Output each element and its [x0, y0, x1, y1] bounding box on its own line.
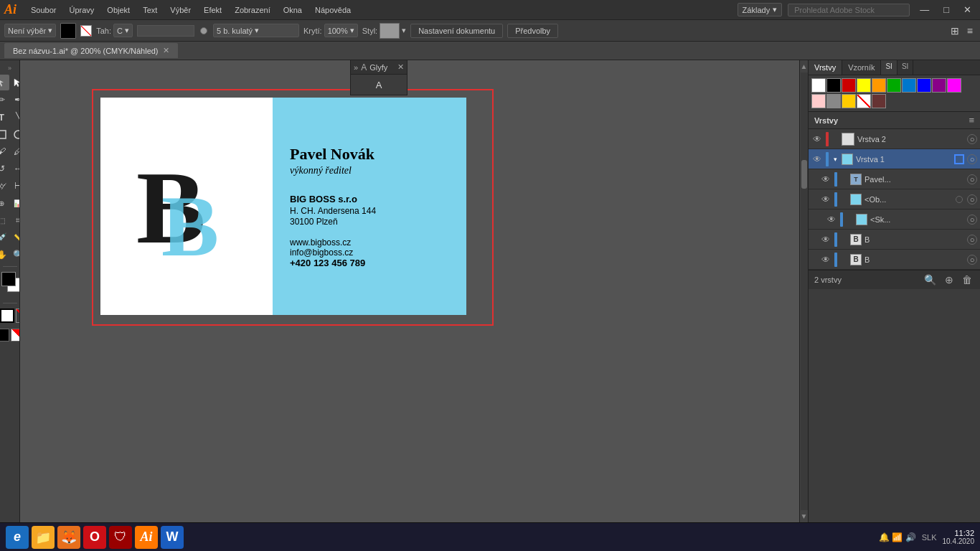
taskbar-word-icon[interactable]: W: [161, 526, 184, 549]
stroke-color-box[interactable]: [80, 25, 92, 37]
swatch-pink[interactable]: [811, 94, 826, 108]
toolbar-collapse-btn[interactable]: »: [6, 63, 13, 73]
swatch-purple[interactable]: [932, 78, 946, 93]
swatch-gold[interactable]: [842, 94, 856, 108]
delete-layer-btn[interactable]: 🗑: [960, 273, 974, 286]
vzornik-tab[interactable]: Vzorník: [842, 60, 881, 75]
glyph-close-btn[interactable]: ✕: [397, 62, 404, 72]
style-box[interactable]: [380, 23, 400, 39]
taskbar-security-icon[interactable]: 🛡: [109, 526, 132, 549]
reflect-tool-btn[interactable]: ↔: [10, 161, 20, 176]
swatch-orange[interactable]: [872, 78, 886, 93]
menu-objekt[interactable]: Objekt: [101, 4, 136, 17]
layer-row-pavel[interactable]: 👁 T Pavel... ○: [809, 169, 980, 189]
selection-dropdown[interactable]: Není výběr ▾: [4, 24, 56, 37]
swatch-black[interactable]: [826, 78, 841, 93]
taskbar-ie-icon[interactable]: e: [6, 526, 29, 549]
layer-eye-ob[interactable]: 👁: [820, 194, 831, 205]
tab-close-button[interactable]: ✕: [163, 46, 169, 55]
fill-color-box[interactable]: [60, 23, 76, 39]
layer-visibility-circle-vrstva1[interactable]: ○: [967, 154, 977, 164]
layer-select-indicator-vrstva1[interactable]: [954, 154, 964, 164]
swatch-none[interactable]: [857, 94, 871, 108]
canvas-vertical-scrollbar[interactable]: ▲ ▼: [799, 60, 808, 522]
symbol-sprayer-btn[interactable]: ⊕: [0, 195, 9, 211]
layer-expand-ob[interactable]: [840, 196, 847, 203]
layer-expand-vrstva1[interactable]: ▾: [831, 156, 839, 163]
white-red-swatch[interactable]: [11, 329, 21, 342]
stroke-input[interactable]: [137, 25, 194, 37]
layer-expand-vrstva2[interactable]: [831, 136, 839, 143]
stock-search-input[interactable]: [788, 4, 910, 17]
menu-okna[interactable]: Okna: [278, 4, 308, 17]
layer-expand-sk[interactable]: [846, 216, 853, 223]
swatch-red[interactable]: [842, 78, 856, 93]
layer-row-ob[interactable]: 👁 <Ob... ○: [809, 189, 980, 209]
warp-tool-btn[interactable]: ⌭: [0, 178, 9, 194]
layer-expand-b1[interactable]: [840, 236, 847, 243]
stroke-swatch[interactable]: [0, 309, 14, 323]
minimize-button[interactable]: —: [915, 3, 933, 17]
paintbrush-tool-btn[interactable]: 🖌: [0, 143, 9, 159]
menu-napoveda[interactable]: Nápověda: [309, 4, 357, 17]
measure-tool-btn[interactable]: 📏: [10, 230, 20, 245]
layer-eye-b2[interactable]: 👁: [820, 254, 831, 265]
menu-vyber[interactable]: Výběr: [164, 4, 197, 17]
layer-visibility-circle-pavel[interactable]: ○: [967, 174, 977, 184]
scroll-thumb-vertical[interactable]: [801, 160, 807, 189]
layer-lock-ob[interactable]: [956, 196, 963, 203]
artboard-tool-btn[interactable]: ⬚: [0, 212, 9, 228]
glyph-expand-btn[interactable]: »: [354, 63, 358, 72]
selection-tool-btn[interactable]: [0, 75, 9, 90]
taskbar-illustrator-icon[interactable]: Ai: [135, 526, 158, 549]
taskbar-explorer-icon[interactable]: 📁: [32, 526, 55, 549]
zoom-tool-btn[interactable]: 🔍: [10, 247, 20, 263]
search-layer-btn[interactable]: 🔍: [922, 273, 938, 286]
workspace-dropdown[interactable]: Základy ▾: [738, 3, 783, 17]
eyedropper-tool-btn[interactable]: 💉: [0, 230, 9, 245]
direct-selection-tool-btn[interactable]: [10, 75, 20, 90]
swatch-blue[interactable]: [917, 78, 931, 93]
blob-brush-tool-btn[interactable]: 🖊: [10, 143, 20, 159]
layer-visibility-circle-sk[interactable]: ○: [967, 215, 977, 225]
align-icon[interactable]: ≡: [964, 24, 976, 38]
swatch-white[interactable]: [811, 78, 826, 93]
stroke-dropdown[interactable]: C ▾: [113, 24, 133, 37]
arrange-icon[interactable]: ⊞: [948, 24, 962, 38]
hand-tool-btn[interactable]: ✋: [0, 247, 9, 263]
width-tool-btn[interactable]: ⊢: [10, 178, 20, 194]
layer-eye-vrstva1[interactable]: 👁: [811, 154, 823, 165]
ellipse-tool-btn[interactable]: [10, 126, 20, 142]
layer-row-vrstva1[interactable]: 👁 ▾ Vrstva 1 ○: [809, 149, 980, 169]
layer-expand-b2[interactable]: [840, 256, 847, 263]
foreground-color[interactable]: [1, 272, 16, 286]
pen-tool-btn[interactable]: ✏: [0, 92, 9, 108]
layer-eye-sk[interactable]: 👁: [826, 214, 837, 225]
brush-size-dropdown[interactable]: 5 b. kulatý ▾: [213, 24, 299, 37]
layer-eye-b1[interactable]: 👁: [820, 234, 831, 245]
rotate-tool-btn[interactable]: ↺: [0, 161, 9, 176]
layer-eye-vrstva2[interactable]: 👁: [811, 133, 823, 145]
swatch-yellow[interactable]: [857, 78, 871, 93]
opacity-dropdown[interactable]: 100% ▾: [324, 24, 358, 37]
pencil-tool-btn[interactable]: ✒: [10, 92, 20, 108]
preferences-button[interactable]: Předvolby: [507, 24, 558, 38]
document-settings-button[interactable]: Nastavení dokumentu: [410, 24, 503, 38]
layer-visibility-circle-b1[interactable]: ○: [967, 235, 977, 245]
menu-upravy[interactable]: Úpravy: [64, 4, 100, 17]
menu-soubor[interactable]: Soubor: [25, 4, 62, 17]
menu-zobrazeni[interactable]: Zobrazení: [229, 4, 276, 17]
si-tab-1[interactable]: SI: [881, 60, 897, 75]
layers-menu-icon[interactable]: ≡: [969, 115, 974, 126]
layer-row-sk[interactable]: 👁 <Sk... ○: [809, 209, 980, 230]
layer-visibility-circle-b2[interactable]: ○: [967, 255, 977, 265]
document-tab[interactable]: Bez názvu-1.ai* @ 200% (CMYK/Náhled) ✕: [4, 43, 178, 58]
scroll-down-arrow[interactable]: ▼: [798, 510, 808, 522]
swatch-cyan[interactable]: [902, 78, 916, 93]
layer-row-b2[interactable]: 👁 B B ○: [809, 250, 980, 270]
layer-row-vrstva2[interactable]: 👁 Vrstva 2 ○: [809, 129, 980, 149]
scroll-track-vertical[interactable]: [801, 72, 808, 510]
maximize-button[interactable]: □: [939, 3, 953, 17]
slice-tool-btn[interactable]: ⌗: [10, 212, 20, 228]
scroll-up-arrow[interactable]: ▲: [798, 60, 808, 72]
